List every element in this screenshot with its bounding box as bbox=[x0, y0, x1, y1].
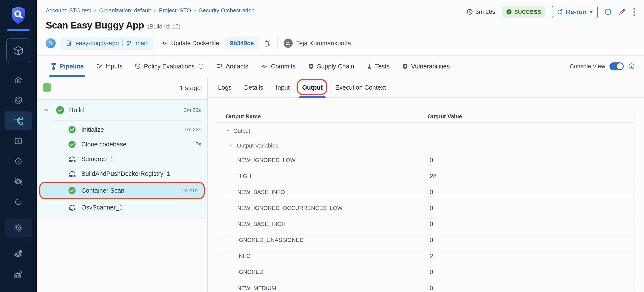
module-selector-button[interactable] bbox=[6, 39, 30, 63]
step-row-clone-codebase[interactable]: Clone codebase 7s bbox=[37, 137, 207, 152]
header-actions: 3m 26s SUCCESS Re-run bbox=[466, 6, 636, 18]
tab-policy-evaluations[interactable]: Policy Evaluations bbox=[134, 56, 204, 77]
sto-mini-logo-icon bbox=[46, 38, 56, 48]
output-table-header: Output Name Output Value bbox=[218, 110, 634, 123]
collapse-chevron-icon[interactable] bbox=[226, 128, 230, 133]
stage-chip-success[interactable] bbox=[43, 83, 51, 92]
tree-node-output-variables[interactable]: Output Variables bbox=[218, 139, 634, 152]
tab-artifacts[interactable]: Artifacts bbox=[216, 56, 248, 77]
queued-step-icon bbox=[68, 155, 76, 163]
caret-down-icon bbox=[589, 11, 593, 13]
collapse-chevron-icon[interactable] bbox=[43, 107, 49, 113]
step-name: OsvScanner_1 bbox=[81, 204, 123, 211]
step-duration: 1m 41s bbox=[180, 188, 198, 194]
output-name: IGNORED_UNASSIGNED bbox=[237, 237, 428, 243]
org-gear-icon bbox=[13, 269, 23, 279]
sidebar-item-overview[interactable] bbox=[4, 91, 32, 110]
breadcrumb-project[interactable]: Project: STO bbox=[159, 7, 191, 14]
sidebar-item-exemptions[interactable] bbox=[4, 172, 32, 191]
success-check-icon bbox=[68, 186, 76, 195]
repo-branch-pill[interactable]: easy-buggy-app main bbox=[60, 37, 154, 50]
tab-commits[interactable]: Commits bbox=[260, 56, 296, 77]
table-row: IGNORED 0 bbox=[218, 264, 634, 280]
step-row-initialize[interactable]: Initialize 1m 22s bbox=[37, 122, 207, 137]
step-row-build-and-push[interactable]: BuildAndPushDockerRegistry_1 bbox=[37, 166, 207, 181]
artifacts-icon bbox=[216, 63, 223, 70]
tab-execution-context[interactable]: Execution Context bbox=[335, 78, 386, 97]
check-circle-icon bbox=[506, 9, 512, 15]
flask-icon bbox=[366, 63, 372, 70]
output-name: NEW_IGNORED_LOW bbox=[237, 157, 428, 164]
avatar bbox=[284, 39, 293, 48]
tab-details[interactable]: Details bbox=[244, 78, 263, 97]
table-row: NEW_MEDIUM 0 bbox=[218, 280, 634, 292]
step-row-osvscanner[interactable]: OsvScanner_1 bbox=[37, 200, 207, 215]
commit-sha-pill[interactable]: 9b349ce bbox=[225, 37, 258, 49]
breadcrumb-account[interactable]: Account: STO test bbox=[46, 7, 91, 14]
sidebar-item-default-settings[interactable] bbox=[4, 244, 32, 263]
breadcrumb-module[interactable]: Security Orchestration bbox=[199, 7, 254, 14]
repo-name[interactable]: easy-buggy-app bbox=[76, 40, 119, 47]
git-branch-icon bbox=[126, 40, 132, 46]
table-row: NEW_BASE_HIGH 0 bbox=[218, 216, 634, 232]
console-view-control: Console View bbox=[570, 62, 644, 70]
table-row: HIGH 28 bbox=[218, 168, 634, 184]
step-row-container-scan-selected[interactable]: Container Scan 1m 41s bbox=[39, 182, 205, 199]
refresh-icon bbox=[557, 9, 563, 15]
info-icon[interactable] bbox=[198, 63, 204, 69]
chevron-right-icon: › bbox=[94, 7, 96, 14]
tab-vulnerabilities[interactable]: Vulnerabilities bbox=[402, 56, 450, 77]
module-indicator-line bbox=[7, 29, 30, 31]
tab-output-selected[interactable]: Output bbox=[302, 78, 323, 97]
tab-pipeline[interactable]: Pipeline bbox=[50, 56, 84, 77]
step-name: Semgrep_1 bbox=[81, 156, 114, 163]
sidebar-item-org-settings[interactable] bbox=[4, 265, 32, 283]
console-view-toggle[interactable] bbox=[610, 62, 624, 70]
table-row: NEW_IGNORED_OCCURRENCES_LOW 0 bbox=[218, 200, 634, 216]
output-value: 0 bbox=[428, 221, 433, 228]
step-details-panel: Logs Details Input Output Execution Cont… bbox=[208, 78, 644, 292]
inputs-icon bbox=[96, 63, 103, 70]
info-icon[interactable] bbox=[604, 8, 612, 16]
sidebar-item-targets[interactable] bbox=[4, 152, 32, 171]
executions-icon bbox=[14, 136, 23, 146]
sidebar-item-settings[interactable] bbox=[4, 219, 32, 237]
output-value: 0 bbox=[428, 157, 433, 164]
edit-pencil-icon[interactable] bbox=[618, 8, 626, 16]
info-icon[interactable] bbox=[628, 63, 635, 70]
step-row-semgrep[interactable]: Semgrep_1 bbox=[37, 152, 207, 166]
tree-node-output[interactable]: Output bbox=[218, 123, 634, 139]
tree-node-label: Output bbox=[233, 128, 250, 134]
divider bbox=[55, 120, 201, 121]
output-name: NEW_BASE_INFO bbox=[237, 189, 428, 195]
tab-logs[interactable]: Logs bbox=[218, 78, 232, 97]
breadcrumb-organization[interactable]: Organization: default bbox=[99, 7, 151, 14]
branch-name[interactable]: main bbox=[136, 40, 149, 47]
main-area: Account: STO test › Organization: defaul… bbox=[37, 0, 644, 292]
tab-input[interactable]: Input bbox=[276, 78, 290, 97]
step-name: BuildAndPushDockerRegistry_1 bbox=[81, 170, 170, 177]
stage-duration: 3m 20s bbox=[184, 107, 201, 113]
tab-inputs[interactable]: Inputs bbox=[96, 56, 122, 77]
output-value: 0 bbox=[428, 285, 433, 292]
sidebar-item-pipelines[interactable] bbox=[4, 111, 32, 130]
git-commit-icon bbox=[160, 40, 168, 46]
rerun-button[interactable]: Re-run bbox=[552, 6, 598, 18]
pipelines-icon bbox=[13, 116, 23, 125]
eye-off-icon bbox=[13, 177, 23, 186]
build-stage-row[interactable]: Build 3m 20s bbox=[37, 100, 207, 120]
left-sidebar bbox=[0, 0, 37, 292]
more-options-kebab-icon[interactable] bbox=[633, 7, 636, 17]
copy-icon[interactable] bbox=[264, 39, 271, 47]
collapse-chevron-icon[interactable] bbox=[229, 143, 234, 148]
tab-supply-chain[interactable]: Supply Chain bbox=[308, 56, 354, 77]
sidebar-item-getting-started[interactable] bbox=[4, 193, 32, 211]
page-title: Scan Easy Buggy App bbox=[46, 20, 144, 31]
table-row: IGNORED_UNASSIGNED 0 bbox=[218, 232, 634, 248]
tab-tests[interactable]: Tests bbox=[366, 56, 390, 77]
sidebar-item-home[interactable] bbox=[4, 71, 32, 89]
queued-step-icon bbox=[68, 170, 76, 178]
sto-logo-icon[interactable] bbox=[10, 6, 27, 25]
success-check-icon bbox=[68, 125, 76, 134]
sidebar-item-executions[interactable] bbox=[4, 132, 32, 150]
